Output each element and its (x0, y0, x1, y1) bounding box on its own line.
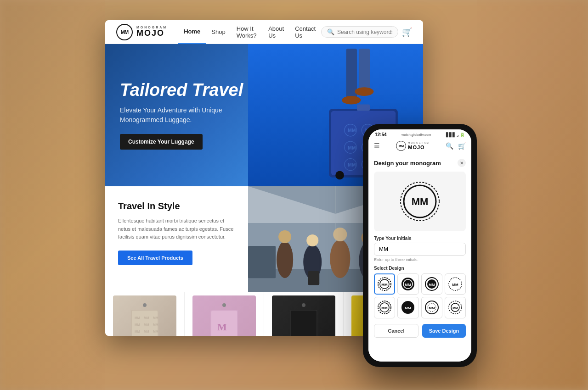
svg-rect-1 (359, 49, 370, 92)
design-option-4[interactable]: MM (445, 273, 466, 295)
nav-how-it-works[interactable]: How It Works? (231, 20, 263, 44)
svg-text:MM: MM (135, 323, 140, 326)
product-image-2: M (192, 295, 256, 336)
svg-text:MM: MM (405, 283, 412, 287)
hero-subtitle: Elevate Your Adventure with Unique Monog… (120, 106, 258, 125)
svg-point-31 (278, 230, 291, 243)
svg-text:MM: MM (381, 283, 388, 287)
nav-shop[interactable]: Shop (206, 20, 231, 44)
svg-point-61 (222, 303, 226, 307)
design-option-7[interactable]: MM (421, 297, 442, 318)
svg-rect-40 (308, 271, 320, 285)
svg-text:MM: MM (144, 323, 149, 326)
svg-text:MM: MM (153, 323, 158, 326)
svg-text:MM: MM (135, 330, 140, 333)
nav-right: 🔍 🛒 (321, 26, 412, 38)
svg-rect-42 (248, 246, 276, 278)
svg-text:MM: MM (348, 128, 356, 133)
design-label: Select Design (374, 266, 466, 271)
svg-point-35 (334, 228, 347, 241)
travel-description: Ellentesque habitant morbi tristique sen… (118, 217, 235, 241)
svg-text:MM: MM (153, 330, 158, 333)
design-option-8[interactable]: MM (445, 297, 466, 318)
svg-text:MM: MM (144, 330, 149, 333)
phone-navbar: ☰ MM MONOGRAM MOJO 🔍 🛒 (368, 139, 471, 153)
logo-icon: MM (116, 24, 133, 40)
svg-text:MM: MM (348, 162, 356, 167)
left-side-panel (0, 0, 105, 390)
svg-point-2 (342, 96, 361, 105)
svg-text:MM: MM (153, 316, 158, 319)
svg-text:MM: MM (348, 145, 356, 150)
phone-search-icon[interactable]: 🔍 (446, 142, 453, 150)
svg-point-55 (143, 303, 147, 307)
svg-point-33 (307, 234, 319, 246)
status-icons: ▋▋▋ ⌟ 🔋 (446, 133, 465, 137)
svg-rect-65 (291, 311, 317, 336)
nav-links: Home Shop How It Works? About Us Contact… (178, 20, 321, 44)
phone-logo-circle: MM (396, 141, 406, 151)
nav-contact-us[interactable]: Contact Us (289, 20, 321, 44)
modal-title: Design your monogram (374, 160, 441, 167)
phone-cart-icon[interactable]: 🛒 (458, 142, 466, 150)
logo-area[interactable]: MM MONOGRAM MOJO (116, 24, 167, 40)
modal-close-button[interactable]: ✕ (458, 159, 466, 167)
right-side-panel (477, 0, 588, 390)
initials-hint: Enter up to three initials. (374, 257, 466, 262)
svg-point-66 (302, 303, 305, 307)
monogram-preview-svg: MM (399, 181, 441, 222)
svg-point-24 (335, 171, 344, 180)
phone-hamburger-icon[interactable]: ☰ (374, 142, 380, 150)
phone-brand-mojo: MOJO (408, 145, 430, 150)
svg-text:MM: MM (144, 316, 149, 319)
product-image-1: MMMMMM MMMMMM MMMMMM (113, 295, 176, 336)
cancel-button[interactable]: Cancel (374, 324, 418, 338)
travel-title: Travel In Style (118, 201, 235, 212)
initials-label: Type Your Initials (374, 236, 466, 241)
search-input[interactable] (337, 29, 392, 35)
modal-header: Design your monogram ✕ (374, 159, 466, 167)
initials-input[interactable] (374, 243, 466, 256)
phone-screen: 12:54 watch.globaltv.com ▋▋▋ ⌟ 🔋 ☰ MM MO… (368, 129, 471, 362)
svg-text:MM: MM (452, 306, 458, 310)
save-design-button[interactable]: Save Design (422, 324, 466, 338)
monogram-modal: Design your monogram ✕ MM Type Your Init… (368, 153, 471, 362)
search-box[interactable]: 🔍 (321, 26, 398, 38)
phone-logo[interactable]: MM MONOGRAM MOJO (396, 141, 430, 151)
svg-text:MM: MM (381, 306, 388, 310)
see-all-products-button[interactable]: See All Travel Products (118, 251, 192, 265)
svg-text:MM: MM (452, 283, 458, 287)
svg-text:MM: MM (405, 306, 412, 310)
design-option-6[interactable]: MM (397, 297, 418, 318)
status-time: 12:54 (375, 132, 387, 137)
svg-point-34 (330, 240, 351, 278)
svg-text:M: M (217, 321, 227, 333)
phone-nav-icons: 🔍 🛒 (446, 142, 466, 150)
svg-text:MM: MM (412, 196, 429, 207)
design-option-1[interactable]: MM (374, 273, 395, 295)
svg-point-3 (355, 87, 373, 96)
monogram-preview: MM (374, 172, 466, 231)
nav-home[interactable]: Home (178, 20, 206, 44)
cart-icon[interactable]: 🛒 (402, 27, 412, 37)
product-card-2[interactable]: M (185, 292, 264, 336)
logo-mojo: MOJO (136, 29, 167, 38)
search-icon: 🔍 (327, 28, 334, 35)
nav-about-us[interactable]: About Us (263, 20, 289, 44)
phone-logo-text: MONOGRAM MOJO (408, 142, 430, 150)
logo-text: MONOGRAM MOJO (136, 26, 167, 38)
product-image-3 (272, 295, 335, 336)
design-option-3[interactable]: MM (421, 273, 442, 295)
design-option-5[interactable]: MM (374, 297, 395, 318)
customize-luggage-button[interactable]: Customize Your Luggage (120, 134, 203, 150)
svg-text:MM: MM (429, 283, 435, 287)
product-card-1[interactable]: MMMMMM MMMMMM MMMMMM (105, 292, 185, 336)
phone-mockup: 12:54 watch.globaltv.com ▋▋▋ ⌟ 🔋 ☰ MM MO… (363, 124, 477, 367)
phone-status-bar: 12:54 watch.globaltv.com ▋▋▋ ⌟ 🔋 (368, 129, 471, 139)
design-option-2[interactable]: MM (397, 273, 418, 295)
product-card-3[interactable] (264, 292, 344, 336)
svg-text:MM: MM (135, 316, 140, 319)
hero-content: Tailored Travel Elevate Your Adventure w… (120, 81, 258, 150)
hero-title: Tailored Travel (120, 81, 258, 100)
travel-content: Travel In Style Ellentesque habitant mor… (105, 186, 248, 292)
